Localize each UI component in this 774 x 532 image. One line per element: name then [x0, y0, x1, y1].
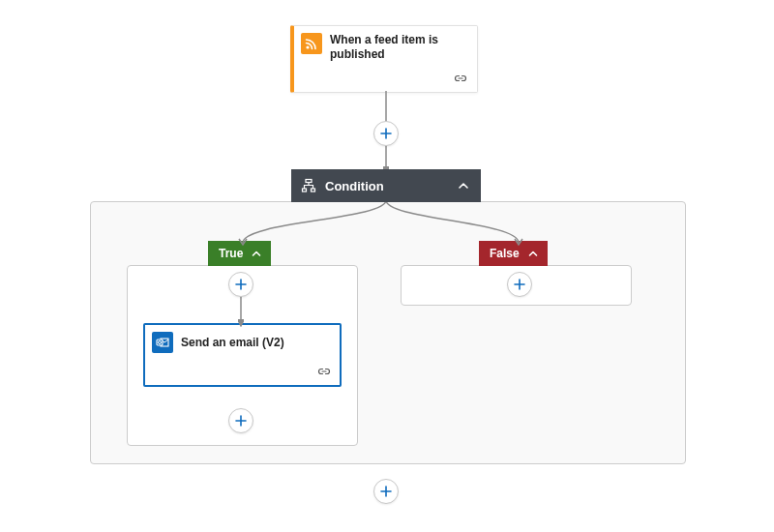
svg-rect-4	[306, 180, 312, 183]
action-title: Send an email (V2)	[181, 336, 284, 349]
chevron-up-icon	[527, 248, 539, 259]
svg-rect-8	[157, 340, 163, 345]
svg-point-3	[306, 45, 309, 48]
svg-rect-5	[303, 189, 307, 192]
add-step-after-trigger[interactable]	[373, 121, 399, 146]
flow-canvas: When a feed item is published Condition	[0, 0, 774, 532]
trigger-card[interactable]: When a feed item is published	[290, 25, 478, 93]
condition-label: Condition	[325, 179, 447, 193]
connection-link-icon	[317, 365, 331, 379]
branch-false-label: False	[490, 247, 520, 260]
chevron-up-icon	[251, 248, 262, 259]
rss-icon	[301, 33, 322, 54]
connection-link-icon	[454, 72, 467, 86]
chevron-up-icon	[456, 178, 471, 193]
trigger-title: When a feed item is published	[330, 33, 467, 62]
condition-header[interactable]: Condition	[291, 169, 481, 202]
add-step-true-branch-top[interactable]	[228, 272, 253, 297]
add-step-after-condition[interactable]	[373, 479, 399, 504]
action-card-send-email[interactable]: Send an email (V2)	[143, 323, 342, 387]
add-step-false-branch[interactable]	[507, 272, 532, 297]
add-step-true-branch-bottom[interactable]	[228, 408, 253, 433]
connector-condition-branches	[233, 200, 543, 247]
outlook-icon	[152, 332, 173, 353]
condition-icon	[301, 178, 316, 193]
branch-true-label: True	[219, 247, 243, 260]
svg-rect-6	[312, 189, 315, 192]
